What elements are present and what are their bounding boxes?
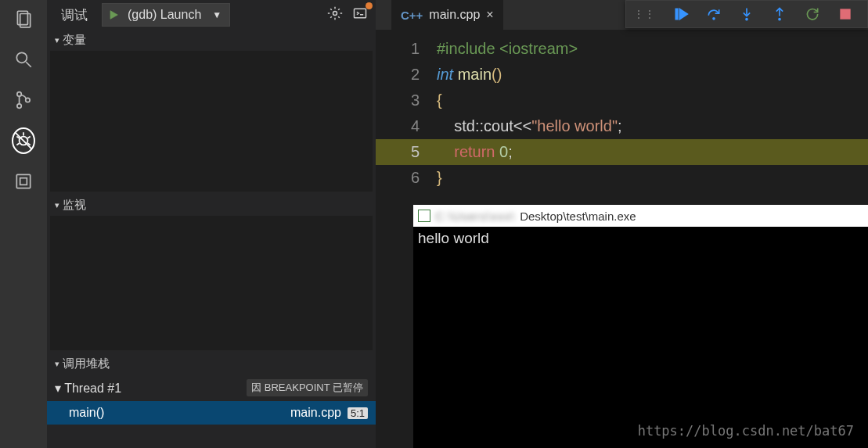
svg-rect-18 [355, 9, 366, 18]
terminal-window: C:\Users\xxx\ Desktop\test\main.exe hell… [413, 205, 868, 448]
restart-icon[interactable] [805, 6, 820, 22]
frame-position: 5:1 [348, 407, 368, 419]
variables-header[interactable]: ▾变量 [47, 30, 376, 51]
svg-point-17 [333, 12, 337, 16]
svg-point-25 [779, 19, 780, 20]
thread-row[interactable]: ▾ Thread #1 因 BREAKPOINT 已暂停 [47, 375, 376, 401]
step-into-icon[interactable] [739, 6, 755, 22]
drag-handle-icon[interactable]: ⋮⋮ [634, 9, 656, 20]
activity-bar [0, 0, 47, 448]
chevron-down-icon: ▾ [55, 382, 61, 395]
svg-rect-14 [16, 174, 30, 188]
debug-header: 调试 (gdb) Launch ▼ [47, 0, 376, 30]
svg-marker-20 [679, 9, 687, 19]
line-number: 5 [376, 139, 437, 165]
tab-main-cpp[interactable]: C++ main.cpp × [391, 0, 503, 30]
thread-state-badge: 因 BREAKPOINT 已暂停 [247, 379, 368, 396]
continue-icon[interactable] [673, 6, 689, 22]
cpp-file-icon: C++ [401, 9, 423, 22]
variables-section: ▾变量 [47, 30, 376, 195]
step-over-icon[interactable] [706, 6, 722, 22]
thread-name: Thread #1 [64, 382, 121, 395]
svg-point-4 [17, 92, 21, 96]
watch-header[interactable]: ▾监视 [47, 195, 376, 216]
code-line: 4 std::cout<<"hello world"; [376, 113, 868, 139]
svg-line-10 [27, 137, 30, 138]
terminal-output: hello world [413, 227, 868, 250]
svg-point-21 [713, 18, 715, 20]
terminal-app-icon [418, 210, 430, 222]
line-number: 3 [376, 88, 437, 113]
code-line: 6 } [376, 165, 868, 191]
start-debug-icon[interactable] [107, 9, 120, 21]
launch-config-name: (gdb) Launch [124, 8, 204, 22]
extensions-icon[interactable] [13, 170, 34, 192]
code-line: 2 int main() [376, 62, 868, 88]
stack-frame-row[interactable]: main() main.cpp 5:1 [47, 401, 376, 425]
debug-title: 调试 [53, 6, 95, 24]
settings-gear-icon[interactable] [326, 4, 344, 26]
svg-line-3 [26, 62, 31, 67]
watch-label: 监视 [63, 198, 86, 213]
debug-toolbar: ⋮⋮ [625, 0, 868, 28]
callstack-section: ▾调用堆栈 ▾ Thread #1 因 BREAKPOINT 已暂停 main(… [47, 353, 376, 425]
chevron-down-icon[interactable]: ▼ [209, 9, 225, 20]
watch-body [50, 216, 373, 350]
watermark-text: https://blog.csdn.net/bat67 [638, 423, 854, 439]
source-control-icon[interactable] [13, 89, 34, 111]
line-number: 1 [376, 36, 437, 62]
variables-label: 变量 [63, 33, 86, 48]
line-number: 6 [376, 165, 437, 191]
stop-icon[interactable] [837, 6, 853, 22]
launch-config-select[interactable]: (gdb) Launch ▼ [102, 3, 230, 27]
svg-rect-26 [841, 9, 850, 19]
tab-filename: main.cpp [429, 8, 480, 22]
code-line: 1 #include <iostream> [376, 36, 868, 62]
terminal-title-blurred: C:\Users\xxx\ [435, 210, 515, 223]
line-number: 2 [376, 62, 437, 88]
svg-marker-16 [110, 11, 117, 20]
callstack-header[interactable]: ▾调用堆栈 [47, 353, 376, 375]
svg-line-11 [16, 143, 19, 145]
chevron-down-icon: ▾ [55, 359, 59, 369]
frame-function: main() [69, 406, 104, 420]
watch-section: ▾监视 [47, 195, 376, 353]
terminal-titlebar[interactable]: C:\Users\xxx\ Desktop\test\main.exe [413, 205, 868, 227]
debug-console-icon[interactable] [351, 4, 369, 26]
explorer-icon[interactable] [13, 8, 34, 30]
code-editor[interactable]: 1 #include <iostream> 2 int main() 3 { 4… [376, 30, 868, 191]
step-out-icon[interactable] [772, 6, 787, 22]
variables-body [50, 51, 373, 192]
svg-rect-19 [675, 9, 678, 19]
svg-point-5 [17, 104, 21, 108]
chevron-down-icon: ▾ [55, 200, 59, 210]
callstack-label: 调用堆栈 [63, 357, 110, 371]
frame-file: main.cpp [290, 406, 341, 420]
svg-rect-15 [20, 178, 27, 185]
debug-icon[interactable] [13, 130, 34, 152]
svg-point-23 [746, 19, 747, 20]
close-tab-icon[interactable]: × [486, 8, 493, 22]
debug-sidebar: 调试 (gdb) Launch ▼ ▾变量 ▾监视 ▾调用堆栈 ▾ Thread… [47, 0, 376, 448]
chevron-down-icon: ▾ [55, 35, 59, 45]
code-line-current: 5 return 0; [376, 139, 868, 165]
search-icon[interactable] [13, 48, 34, 70]
terminal-title-path: Desktop\test\main.exe [520, 210, 636, 223]
code-line: 3 { [376, 88, 868, 113]
svg-point-2 [16, 52, 27, 63]
line-number: 4 [376, 113, 437, 139]
